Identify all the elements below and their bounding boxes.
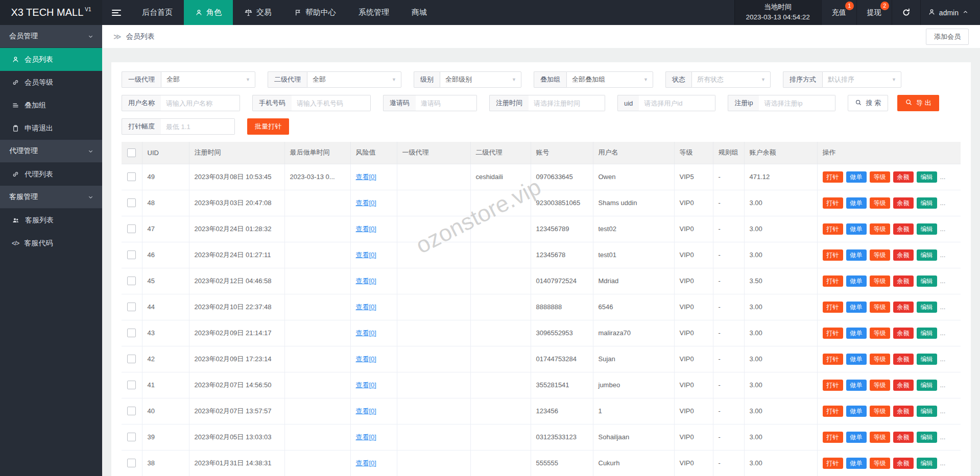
username-input[interactable] xyxy=(161,95,240,111)
row-more-actions[interactable]: ... xyxy=(940,433,946,441)
sidebar-item-agent-list[interactable]: 代理列表 xyxy=(0,163,102,186)
invite-code-input[interactable] xyxy=(416,95,476,111)
action-order-button[interactable]: 做单 xyxy=(846,275,867,287)
action-order-button[interactable]: 做单 xyxy=(846,432,867,443)
agent2-select[interactable]: 全部 ▼ xyxy=(307,71,401,88)
action-order-button[interactable]: 做单 xyxy=(846,171,867,183)
action-order-button[interactable]: 做单 xyxy=(846,354,867,365)
action-level-button[interactable]: 等级 xyxy=(870,171,890,183)
risk-view-link[interactable]: 查看[0] xyxy=(356,173,376,181)
stack-group-select[interactable]: 全部叠加组 ▼ xyxy=(566,71,653,88)
tab-mall[interactable]: 商城 xyxy=(400,0,438,25)
batch-inject-button[interactable]: 批量打针 xyxy=(247,118,289,135)
risk-view-link[interactable]: 查看[0] xyxy=(356,433,376,441)
sort-select[interactable]: 默认排序 ▼ xyxy=(822,71,901,88)
tab-system-management[interactable]: 系统管理 xyxy=(347,0,400,25)
risk-view-link[interactable]: 查看[0] xyxy=(356,407,376,415)
action-balance-button[interactable]: 余额 xyxy=(893,223,914,235)
action-order-button[interactable]: 做单 xyxy=(846,328,867,339)
row-more-actions[interactable]: ... xyxy=(940,329,946,337)
action-inject-button[interactable]: 打针 xyxy=(823,406,843,417)
action-order-button[interactable]: 做单 xyxy=(846,249,867,261)
tab-roles[interactable]: 角色 xyxy=(184,0,233,25)
risk-view-link[interactable]: 查看[0] xyxy=(356,355,376,363)
row-checkbox[interactable] xyxy=(127,407,136,415)
row-more-actions[interactable]: ... xyxy=(940,459,946,467)
sidebar-item-member-list[interactable]: 会员列表 xyxy=(0,48,102,71)
action-level-button[interactable]: 等级 xyxy=(870,197,890,209)
action-level-button[interactable]: 等级 xyxy=(870,302,890,313)
action-level-button[interactable]: 等级 xyxy=(870,458,890,469)
sidebar-group-member-management[interactable]: 会员管理 xyxy=(0,25,102,48)
action-order-button[interactable]: 做单 xyxy=(846,302,867,313)
withdraw-button[interactable]: 提现 2 xyxy=(856,0,892,25)
row-more-actions[interactable]: ... xyxy=(940,407,946,415)
action-edit-button[interactable]: 编辑 xyxy=(917,432,937,443)
hamburger-menu-icon[interactable] xyxy=(102,0,131,25)
row-checkbox[interactable] xyxy=(127,277,136,285)
action-inject-button[interactable]: 打针 xyxy=(823,380,843,391)
row-more-actions[interactable]: ... xyxy=(940,303,946,311)
action-edit-button[interactable]: 编辑 xyxy=(917,380,937,391)
action-balance-button[interactable]: 余额 xyxy=(893,432,914,443)
action-inject-button[interactable]: 打针 xyxy=(823,328,843,339)
action-edit-button[interactable]: 编辑 xyxy=(917,197,937,209)
row-more-actions[interactable]: ... xyxy=(940,355,946,363)
row-checkbox[interactable] xyxy=(127,224,136,233)
risk-view-link[interactable]: 查看[0] xyxy=(356,329,376,337)
action-balance-button[interactable]: 余额 xyxy=(893,302,914,313)
row-more-actions[interactable]: ... xyxy=(940,277,946,285)
action-level-button[interactable]: 等级 xyxy=(870,328,890,339)
action-inject-button[interactable]: 打针 xyxy=(823,275,843,287)
recharge-button[interactable]: 充值 1 xyxy=(821,0,856,25)
row-checkbox[interactable] xyxy=(127,250,136,259)
action-inject-button[interactable]: 打针 xyxy=(823,249,843,261)
row-checkbox[interactable] xyxy=(127,433,136,441)
inject-range-input[interactable] xyxy=(161,119,234,134)
action-inject-button[interactable]: 打针 xyxy=(823,302,843,313)
status-select[interactable]: 所有状态 ▼ xyxy=(691,71,771,88)
row-checkbox[interactable] xyxy=(127,198,136,207)
tab-transactions[interactable]: 交易 xyxy=(233,0,283,25)
action-level-button[interactable]: 等级 xyxy=(870,223,890,235)
action-inject-button[interactable]: 打针 xyxy=(823,354,843,365)
row-checkbox[interactable] xyxy=(127,303,136,311)
action-order-button[interactable]: 做单 xyxy=(846,223,867,235)
action-order-button[interactable]: 做单 xyxy=(846,406,867,417)
action-order-button[interactable]: 做单 xyxy=(846,458,867,469)
action-order-button[interactable]: 做单 xyxy=(846,197,867,209)
action-inject-button[interactable]: 打针 xyxy=(823,223,843,235)
action-inject-button[interactable]: 打针 xyxy=(823,432,843,443)
row-more-actions[interactable]: ... xyxy=(940,381,946,389)
row-checkbox[interactable] xyxy=(127,355,136,363)
action-balance-button[interactable]: 余额 xyxy=(893,458,914,469)
row-checkbox[interactable] xyxy=(127,381,136,389)
action-edit-button[interactable]: 编辑 xyxy=(917,458,937,469)
sidebar-item-member-level[interactable]: 会员等级 xyxy=(0,71,102,94)
action-level-button[interactable]: 等级 xyxy=(870,275,890,287)
action-balance-button[interactable]: 余额 xyxy=(893,171,914,183)
refresh-icon[interactable] xyxy=(892,0,920,25)
add-member-button[interactable]: 添加会员 xyxy=(926,29,969,45)
risk-view-link[interactable]: 查看[0] xyxy=(356,303,376,311)
search-button[interactable]: 搜 索 xyxy=(848,95,888,111)
phone-input[interactable] xyxy=(292,95,370,111)
action-inject-button[interactable]: 打针 xyxy=(823,171,843,183)
sidebar-item-apply-exit[interactable]: 申请退出 xyxy=(0,117,102,140)
action-balance-button[interactable]: 余额 xyxy=(893,197,914,209)
action-level-button[interactable]: 等级 xyxy=(870,249,890,261)
row-more-actions[interactable]: ... xyxy=(940,225,946,233)
level-select[interactable]: 全部级别 ▼ xyxy=(440,71,521,88)
action-edit-button[interactable]: 编辑 xyxy=(917,354,937,365)
sidebar-item-service-code[interactable]: </> 客服代码 xyxy=(0,232,102,255)
risk-view-link[interactable]: 查看[0] xyxy=(356,381,376,389)
risk-view-link[interactable]: 查看[0] xyxy=(356,225,376,233)
row-checkbox[interactable] xyxy=(127,329,136,337)
action-edit-button[interactable]: 编辑 xyxy=(917,223,937,235)
action-level-button[interactable]: 等级 xyxy=(870,380,890,391)
action-edit-button[interactable]: 编辑 xyxy=(917,406,937,417)
risk-view-link[interactable]: 查看[0] xyxy=(356,459,376,467)
export-button[interactable]: 导 出 xyxy=(897,95,939,111)
action-level-button[interactable]: 等级 xyxy=(870,354,890,365)
risk-view-link[interactable]: 查看[0] xyxy=(356,277,376,285)
